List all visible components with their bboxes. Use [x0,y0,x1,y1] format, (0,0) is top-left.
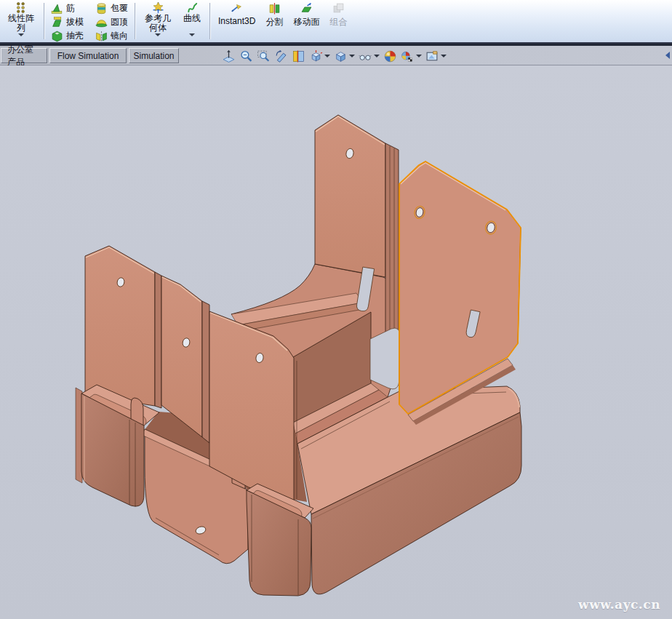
hide-show-items-icon [359,49,372,63]
display-style-button[interactable] [332,49,356,64]
shell-icon [51,30,63,42]
dropdown-arrow[interactable] [441,55,447,57]
zoom-to-area-button[interactable] [255,49,272,64]
graphics-area[interactable]: www.ayc.cn [0,65,672,619]
flange-2-fold [202,301,209,443]
rib-button[interactable]: 筋 [49,1,86,15]
dropdown-arrow[interactable] [349,55,355,57]
flange-1-fold [155,272,161,408]
toolbar-separator [209,3,210,39]
curves-icon [186,1,199,14]
collapse-arrow-icon[interactable] [665,52,670,59]
tab-flow-simulation[interactable]: Flow Simulation [49,48,127,63]
wrap-icon [95,2,108,15]
flange-plate-1[interactable] [85,246,155,406]
reference-geometry-button[interactable]: 参考几 何体 [138,1,177,41]
toolbar-separator [135,3,135,39]
watermark: www.ayc.cn [578,597,660,612]
edit-appearance-icon [383,49,397,63]
move-face-icon [300,2,313,15]
curves-button[interactable]: 曲线 [177,1,207,41]
tab-simulation[interactable]: Simulation [129,48,179,63]
mirror-button[interactable]: 镜向 [93,29,130,42]
toolbar-separator [44,3,44,39]
apply-scene-button[interactable] [399,49,423,64]
hide-show-items-button[interactable] [357,49,381,64]
apply-scene-icon [401,49,415,63]
edit-appearance-button[interactable] [382,49,399,64]
feature-buttons-grid: 筋 拔模 抽壳 [47,1,132,41]
command-manager-tabstrip: 办公室产品 Flow Simulation Simulation [0,46,672,65]
view-settings-button[interactable] [424,49,448,64]
instant3d-button[interactable]: Instant3D [213,1,260,41]
dome-button[interactable]: 圆顶 [93,15,130,28]
combine-button: 组合 [324,1,352,41]
tab-office-products[interactable]: 办公室产品 [1,48,47,63]
zoom-to-fit-button[interactable] [220,49,237,64]
dropdown-arrow[interactable] [189,33,195,36]
solidworks-window: 线性阵 列 筋 拔模 [0,0,672,619]
wrap-button[interactable]: 包覆 [93,1,130,15]
zoom-to-fit-icon [222,49,236,63]
heads-up-view-toolbar [220,47,448,65]
reference-geometry-icon [152,1,164,14]
previous-view-button[interactable] [273,49,289,64]
window-cutout [370,328,400,389]
zoom-in-out-button[interactable] [238,49,255,64]
linear-pattern-button[interactable]: 线性阵 列 [1,1,41,41]
dropdown-arrow[interactable] [324,55,330,57]
linear-pattern-icon [15,1,28,14]
back-plate[interactable] [315,115,385,277]
model-canvas[interactable] [0,65,672,619]
split-button[interactable]: 分割 [260,1,288,41]
display-style-icon [334,49,348,63]
view-orientation-button[interactable] [308,49,332,64]
combine-icon [332,2,345,15]
previous-view-icon [274,49,288,63]
view-settings-icon [425,49,439,63]
split-icon [268,2,281,15]
move-face-button[interactable]: 移动面 [288,1,324,41]
section-view-button[interactable] [290,49,307,64]
shell-button[interactable]: 抽壳 [49,29,86,42]
dropdown-arrow[interactable] [374,55,380,57]
view-orientation-icon [309,49,323,63]
dropdown-arrow[interactable] [18,33,24,36]
instant3d-icon [231,2,243,15]
dome-icon [95,16,108,28]
back-plate-fold[interactable] [385,143,399,342]
dropdown-arrow[interactable] [155,33,161,36]
dropdown-arrow[interactable] [416,55,422,57]
draft-button[interactable]: 拔模 [49,15,86,28]
zoom-in-out-icon [239,49,253,63]
section-view-icon [292,49,305,63]
features-toolbar: 线性阵 列 筋 拔模 [0,0,672,42]
mirror-icon [95,30,108,42]
zoom-to-area-icon [257,49,271,63]
draft-icon [51,16,63,28]
rib-icon [51,2,63,15]
